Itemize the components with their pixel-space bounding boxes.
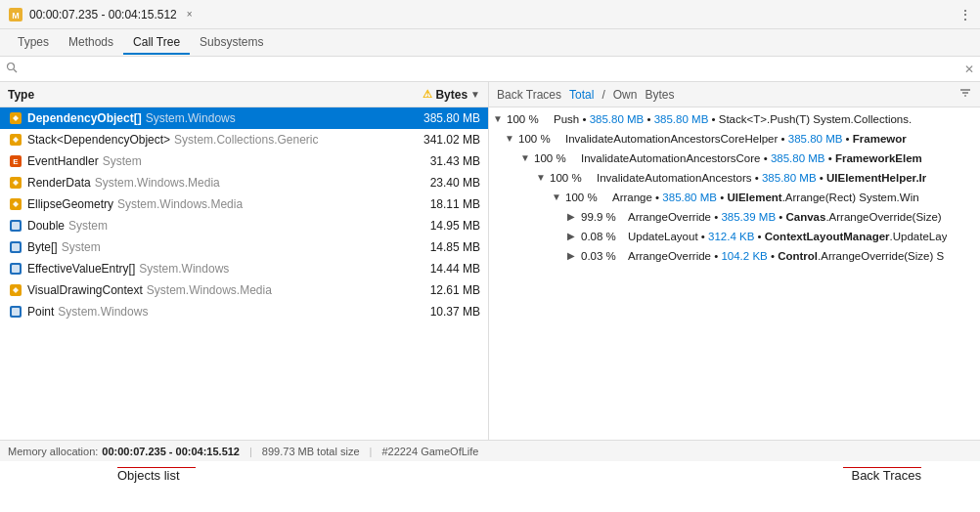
table-row[interactable]: RenderData System.Windows.Media 23.40 MB <box>0 172 488 193</box>
trace-highlight: 312.4 KB <box>708 231 754 242</box>
trace-bold: Framewor <box>853 133 907 145</box>
back-traces-tab[interactable]: Back Traces <box>497 88 561 102</box>
tab-types[interactable]: Types <box>8 31 59 55</box>
col-bytes-header: ⚠ Bytes ▼ <box>392 88 480 102</box>
table-row[interactable]: Double System 14.95 MB <box>0 215 488 236</box>
trace-pct: 100 % <box>550 170 597 186</box>
nav-tabs: Types Methods Call Tree Subsystems <box>0 29 980 57</box>
trace-bold: FrameworkElem <box>835 152 922 164</box>
col-bytes-label: Bytes <box>435 88 468 102</box>
objects-list-annotation: Objects list <box>117 467 196 483</box>
svg-rect-11 <box>12 222 20 230</box>
trace-row: ▶ 0.03 % ArrangeOverride • 104.2 KB • Co… <box>489 246 980 266</box>
right-panel: Back Traces Total / Own Bytes ▼ 100 % Pu… <box>489 82 980 440</box>
type-icon <box>8 239 23 255</box>
trace-highlight: 385.80 MB <box>771 152 825 164</box>
expand-button[interactable]: ▼ <box>552 191 563 204</box>
table-row[interactable]: EffectiveValueEntry[] System.Windows 14.… <box>0 258 488 279</box>
search-clear-button[interactable]: ✕ <box>964 63 974 76</box>
expand-button[interactable]: ▶ <box>567 230 579 243</box>
table-row[interactable]: Point System.Windows 10.37 MB <box>0 301 488 322</box>
type-icon: E <box>8 153 23 169</box>
trace-text: InvalidateAutomationAncestors • 385.80 M… <box>597 170 926 186</box>
expand-button[interactable]: ▼ <box>536 171 548 185</box>
tab-subsystems[interactable]: Subsystems <box>190 31 273 55</box>
row-bytes: 23.40 MB <box>402 176 480 190</box>
right-panel-header: Back Traces Total / Own Bytes <box>489 82 980 107</box>
table-row[interactable]: E EventHandler System 31.43 MB <box>0 150 488 172</box>
row-bytes: 14.95 MB <box>402 219 480 233</box>
status-total-size: 899.73 MB total size <box>262 446 360 457</box>
back-traces-label: Back Traces <box>851 468 921 483</box>
trace-bold: UIElementHelper.Ir <box>826 172 926 184</box>
type-name: Stack<DependencyObject> <box>27 133 170 147</box>
type-name: DependencyObject[] <box>27 111 142 125</box>
tab-call-tree[interactable]: Call Tree <box>123 31 190 55</box>
search-input[interactable] <box>22 63 964 76</box>
row-bytes: 341.02 MB <box>402 133 480 147</box>
type-namespace: System.Windows.Media <box>147 283 272 297</box>
trace-row: ▼ 100 % Arrange • 385.80 MB • UIElement.… <box>489 188 980 207</box>
warning-icon: ⚠ <box>423 88 432 101</box>
table-row[interactable]: Stack<DependencyObject> System.Collectio… <box>0 129 488 150</box>
own-tab[interactable]: Own <box>613 88 638 102</box>
type-namespace: System.Windows.Media <box>95 176 220 190</box>
expand-button[interactable]: ▶ <box>567 210 579 224</box>
type-namespace: System.Windows <box>139 262 229 276</box>
trace-tree: ▼ 100 % Push • 385.80 MB • 385.80 MB • S… <box>489 107 980 440</box>
table-row[interactable]: Byte[] System 14.85 MB <box>0 236 488 258</box>
row-bytes: 10.37 MB <box>402 305 480 319</box>
trace-highlight: 104.2 KB <box>721 250 767 262</box>
svg-rect-18 <box>12 308 20 316</box>
sort-arrow-icon[interactable]: ▼ <box>470 89 480 100</box>
table-row[interactable]: DependencyObject[] System.Windows 385.80… <box>0 107 488 129</box>
row-bytes: 31.43 MB <box>402 154 480 168</box>
expand-button[interactable]: ▼ <box>520 151 532 165</box>
title-bar-left: M 00:00:07.235 - 00:04:15.512 × <box>8 7 197 22</box>
type-name: VisualDrawingContext <box>27 283 143 297</box>
type-namespace: System.Windows.Media <box>117 197 243 211</box>
table-header: Type ⚠ Bytes ▼ <box>0 82 488 107</box>
table-row[interactable]: VisualDrawingContext System.Windows.Medi… <box>0 279 488 301</box>
type-icon <box>8 196 23 212</box>
type-icon <box>8 132 23 148</box>
expand-button[interactable]: ▼ <box>505 132 516 146</box>
trace-highlight2: 385.80 MB <box>654 113 709 125</box>
trace-highlight: 385.80 MB <box>662 192 717 203</box>
svg-rect-13 <box>12 243 20 251</box>
more-menu-button[interactable]: ⋮ <box>958 7 972 22</box>
trace-row: ▶ 99.9 % ArrangeOverride • 385.39 MB • C… <box>489 207 980 227</box>
bytes-tab[interactable]: Bytes <box>645 88 674 102</box>
row-bytes: 14.44 MB <box>402 262 480 276</box>
trace-text: InvalidateAutomationAncestorsCore • 385.… <box>581 150 922 166</box>
type-name: EllipseGeometry <box>27 197 113 211</box>
total-tab[interactable]: Total <box>569 88 594 102</box>
title-icon: M <box>8 7 23 22</box>
search-icon <box>6 62 18 76</box>
type-name: Point <box>27 305 54 319</box>
type-namespace: System.Windows <box>58 305 148 319</box>
type-name: Byte[] <box>27 240 58 254</box>
type-namespace: System <box>62 240 101 254</box>
filter-icon[interactable] <box>958 86 972 103</box>
trace-bold: Canvas <box>785 211 825 223</box>
trace-highlight: 385.80 MB <box>590 113 645 125</box>
type-namespace: System <box>103 154 142 168</box>
trace-pct: 100 % <box>518 131 565 147</box>
expand-button[interactable]: ▼ <box>493 112 505 126</box>
svg-rect-15 <box>12 265 20 273</box>
tab-close-button[interactable]: × <box>183 9 197 20</box>
trace-row: ▼ 100 % Push • 385.80 MB • 385.80 MB • S… <box>489 109 980 129</box>
trace-highlight: 385.80 MB <box>762 172 817 184</box>
tab-methods[interactable]: Methods <box>59 31 123 55</box>
type-icon <box>8 110 23 126</box>
type-icon <box>8 282 23 298</box>
table-row[interactable]: EllipseGeometry System.Windows.Media 18.… <box>0 193 488 215</box>
status-range: 00:00:07.235 - 00:04:15.512 <box>102 446 240 457</box>
type-name: Double <box>27 219 65 233</box>
status-sep2: | <box>370 446 373 457</box>
search-bar: ✕ <box>0 57 980 82</box>
status-bar: Memory allocation: 00:00:07.235 - 00:04:… <box>0 440 980 461</box>
trace-text: InvalidateAutomationAncestorsCoreHelper … <box>565 131 907 147</box>
expand-button[interactable]: ▶ <box>567 249 579 263</box>
